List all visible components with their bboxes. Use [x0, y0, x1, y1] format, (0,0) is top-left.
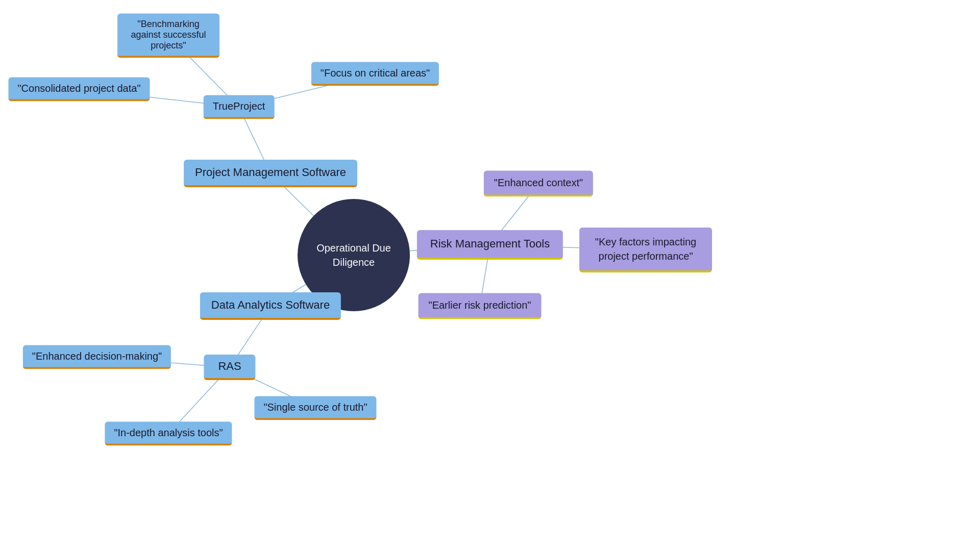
enhanced-decision-label: "Enhanced decision-making" [32, 350, 162, 362]
consolidated-label: "Consolidated project data" [17, 83, 140, 94]
indepth-node: "In-depth analysis tools" [105, 422, 232, 446]
ras-label: RAS [218, 360, 241, 372]
das-label: Data Analytics Software [211, 298, 330, 311]
key-factors-node: "Key factors impacting project performan… [579, 228, 712, 272]
trueproject-label: TrueProject [213, 101, 265, 112]
indepth-label: "In-depth analysis tools" [114, 427, 223, 438]
das-node: Data Analytics Software [200, 292, 341, 320]
benchmarking-label: "Benchmarking against successful project… [131, 19, 206, 51]
trueproject-node: TrueProject [204, 95, 275, 119]
diagram-container: Operational Due Diligence TrueProject "B… [0, 0, 980, 551]
key-factors-label: "Key factors impacting project performan… [595, 236, 696, 262]
ras-node: RAS [204, 355, 255, 380]
earlier-risk-label: "Earlier risk prediction" [429, 299, 531, 311]
risk-node: Risk Management Tools [417, 230, 563, 260]
enhanced-decision-node: "Enhanced decision-making" [23, 345, 171, 369]
risk-label: Risk Management Tools [430, 237, 550, 250]
enhanced-context-node: "Enhanced context" [484, 171, 593, 197]
consolidated-node: "Consolidated project data" [8, 78, 150, 102]
focus-node: "Focus on critical areas" [311, 62, 439, 86]
benchmarking-node: "Benchmarking against successful project… [117, 14, 219, 58]
pms-label: Project Management Software [195, 166, 346, 179]
focus-label: "Focus on critical areas" [321, 67, 430, 79]
single-source-label: "Single source of truth" [263, 402, 367, 413]
single-source-node: "Single source of truth" [254, 396, 376, 420]
center-node-label: Operational Due Diligence [298, 241, 410, 269]
pms-node: Project Management Software [184, 160, 357, 187]
earlier-risk-node: "Earlier risk prediction" [419, 293, 542, 319]
enhanced-context-label: "Enhanced context" [494, 177, 583, 188]
